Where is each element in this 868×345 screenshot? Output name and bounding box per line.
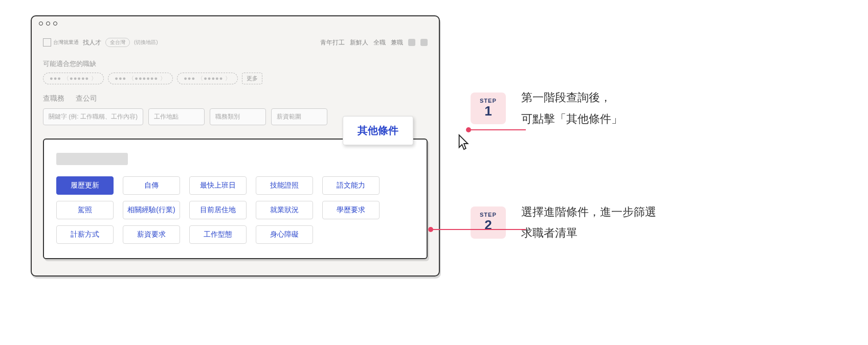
filter-chip[interactable]: 自傳 [123,176,180,195]
step-number: 1 [480,104,497,119]
filter-chip[interactable]: 相關經驗(行業) [123,201,180,219]
suggestion-row: ●●● 〈●●●●● 〉 ●●● 〈●●●●●● 〉 ●●● 〈●●●●● 〉 … [43,73,428,84]
nav-link[interactable]: 兼職 [391,38,403,47]
filter-chip[interactable]: 就業狀況 [256,201,313,219]
suggestion-pill[interactable]: ●●● 〈●●●●●● 〉 [108,73,173,84]
find-talent-link[interactable]: 找人才 [83,38,101,47]
advanced-filter-panel: 履歷更新自傳最快上班日技能證照語文能力駕照相關經驗(行業)目前居住地就業狀況學歷… [43,139,428,259]
connector-line-2 [431,229,526,230]
filter-chip[interactable]: 履歷更新 [56,176,114,195]
switch-region-link[interactable]: (切換地區) [134,39,158,46]
window-dot [39,21,43,26]
anno-line: 選擇進階條件，進一步篩選 [521,201,656,223]
annotation-text-2: 選擇進階條件，進一步篩選 求職者清單 [521,201,656,244]
filter-chip[interactable]: 學歷要求 [322,201,380,219]
suggestions-heading: 可能適合您的職缺 [43,59,428,68]
browser-window: 台灣就業通 找人才 全台灣 (切換地區) 青年打工 新鮮人 全職 兼職 可能適合… [31,15,440,277]
anno-line: 可點擊「其他條件」 [521,108,622,130]
window-dot [53,21,57,26]
region-pill[interactable]: 全台灣 [105,38,130,47]
filter-chip[interactable]: 工作型態 [189,225,247,244]
filter-chip[interactable]: 技能證照 [256,176,313,195]
filter-chip[interactable]: 語文能力 [322,176,380,195]
other-conditions-button[interactable]: 其他條件 [343,116,413,145]
filter-chip-grid: 履歷更新自傳最快上班日技能證照語文能力駕照相關經驗(行業)目前居住地就業狀況學歷… [56,176,414,244]
nav-link[interactable]: 青年打工 [320,38,345,47]
anno-line: 求職者清單 [521,222,656,244]
filter-chip[interactable]: 駕照 [56,201,114,219]
nav-icon[interactable] [408,39,415,46]
search-tabs: 查職務 查公司 [43,94,428,103]
nav-icon[interactable] [420,39,428,46]
annotation-step-1: STEP 1 第一階段查詢後， 可點擊「其他條件」 [471,87,656,130]
step-badge-1: STEP 1 [471,93,506,125]
suggestion-pill[interactable]: ●●● 〈●●●●● 〉 [43,73,104,84]
topbar-left: 台灣就業通 找人才 全台灣 (切換地區) [43,38,158,47]
panel-heading-skeleton [56,153,128,165]
tab-jobs[interactable]: 查職務 [43,94,64,102]
step-badge-2: STEP 2 [471,206,506,239]
category-field[interactable]: 職務類別 [210,108,266,125]
step-word: STEP [480,98,497,104]
filter-chip[interactable]: 計薪方式 [56,225,114,244]
logo-icon [43,38,51,47]
topbar-right: 青年打工 新鮮人 全職 兼職 [320,38,428,47]
window-controls [32,16,439,31]
filter-chip[interactable]: 最快上班日 [189,176,247,195]
filter-chip[interactable]: 目前居住地 [189,201,247,219]
salary-field[interactable]: 薪資範圍 [271,108,327,125]
topbar: 台灣就業通 找人才 全台灣 (切換地區) 青年打工 新鮮人 全職 兼職 [43,31,428,52]
connector-line-1 [469,129,526,130]
tab-companies[interactable]: 查公司 [76,94,97,102]
annotation-text-1: 第一階段查詢後， 可點擊「其他條件」 [521,87,622,130]
keyword-field[interactable]: 關鍵字 (例: 工作職稱、工作內容) [43,108,143,125]
nav-link[interactable]: 全職 [373,38,386,47]
site-logo[interactable]: 台灣就業通 [43,38,79,47]
logo-text: 台灣就業通 [53,39,79,46]
filter-chip[interactable]: 薪資要求 [123,225,180,244]
more-suggestions-link[interactable]: 更多 [242,73,262,84]
cursor-icon [456,134,472,155]
annotation-step-2: STEP 2 選擇進階條件，進一步篩選 求職者清單 [471,201,656,244]
suggestion-pill[interactable]: ●●● 〈●●●●● 〉 [177,73,238,84]
anno-line: 第一階段查詢後， [521,87,622,108]
stage: 台灣就業通 找人才 全台灣 (切換地區) 青年打工 新鮮人 全職 兼職 可能適合… [31,15,440,277]
filter-chip[interactable]: 身心障礙 [256,225,313,244]
nav-link[interactable]: 新鮮人 [350,38,368,47]
step-number: 2 [480,218,497,233]
window-dot [46,21,50,26]
location-field[interactable]: 工作地點 [148,108,205,125]
